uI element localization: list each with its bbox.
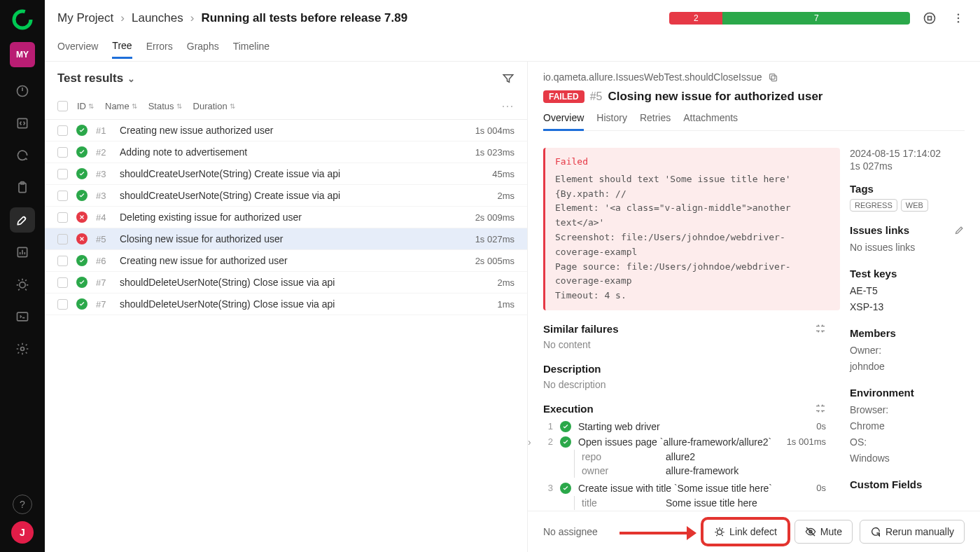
description-body: No description bbox=[543, 379, 840, 390]
row-checkbox[interactable] bbox=[57, 147, 68, 158]
edit-icon[interactable] bbox=[954, 225, 965, 235]
row-checkbox[interactable] bbox=[57, 256, 68, 266]
svg-point-13 bbox=[958, 21, 959, 22]
row-name: Creating new issue for authorized user bbox=[120, 255, 467, 266]
table-row[interactable]: #3shouldCreateUserNote(String) Create is… bbox=[45, 185, 527, 207]
nav-tab-graphs[interactable]: Graphs bbox=[187, 41, 219, 57]
svg-point-9 bbox=[925, 13, 935, 24]
sidebar-code-icon[interactable] bbox=[10, 111, 35, 136]
row-name: shouldCreateUserNote(String) Create issu… bbox=[120, 190, 489, 201]
sort-icon: ⇅ bbox=[88, 102, 94, 110]
copy-icon[interactable] bbox=[768, 72, 778, 83]
test-key[interactable]: AE-T5 bbox=[850, 284, 965, 298]
table-row[interactable]: #3shouldCreateUserNote(String) Create is… bbox=[45, 163, 527, 185]
user-avatar[interactable]: J bbox=[11, 521, 34, 544]
row-checkbox[interactable] bbox=[57, 234, 68, 244]
table-row[interactable]: #6Creating new issue for authorized user… bbox=[45, 250, 527, 272]
svg-point-8 bbox=[21, 347, 24, 351]
sidebar-bug-icon[interactable] bbox=[10, 272, 35, 297]
table-row[interactable]: #7shouldDeleteUserNote(String) Close iss… bbox=[45, 272, 527, 294]
col-status[interactable]: Status⇅ bbox=[148, 101, 182, 111]
breadcrumb-launches[interactable]: Launches bbox=[132, 11, 183, 25]
more-vertical-icon[interactable] bbox=[949, 9, 967, 27]
row-id: #3 bbox=[96, 169, 111, 179]
stop-icon[interactable] bbox=[920, 8, 939, 28]
progress-bar[interactable]: 2 7 bbox=[669, 12, 910, 25]
table-row[interactable]: #7shouldDeleteUserNote(String) Close iss… bbox=[45, 294, 527, 315]
tag-chip[interactable]: WEB bbox=[901, 199, 928, 212]
assignee[interactable]: No assignee bbox=[543, 526, 612, 537]
sidebar-rocket-icon[interactable] bbox=[10, 207, 35, 233]
row-checkbox[interactable] bbox=[57, 169, 68, 179]
more-horizontal-icon[interactable]: ⋯ bbox=[501, 98, 514, 113]
detail-tab-history[interactable]: History bbox=[596, 112, 627, 130]
row-checkbox[interactable] bbox=[57, 212, 68, 223]
step-duration: 0s bbox=[816, 421, 826, 432]
row-duration: 1s 027ms bbox=[475, 234, 514, 244]
results-title[interactable]: Test results ⌄ bbox=[57, 71, 135, 85]
failed-badge: FAILED bbox=[543, 90, 584, 103]
detail-tab-overview[interactable]: Overview bbox=[543, 112, 584, 131]
row-duration: 1ms bbox=[497, 299, 514, 310]
project-badge[interactable]: MY bbox=[10, 42, 35, 67]
table-row[interactable]: #1Creating new issue authorized user1s 0… bbox=[45, 120, 527, 142]
chevron-right-icon: › bbox=[120, 11, 125, 25]
link-defect-button[interactable]: Link defect bbox=[704, 520, 788, 544]
help-icon[interactable]: ? bbox=[13, 495, 32, 514]
col-duration[interactable]: Duration⇅ bbox=[193, 101, 235, 111]
sidebar-refresh-icon[interactable] bbox=[10, 143, 35, 168]
detail-tab-retries[interactable]: Retries bbox=[640, 112, 671, 130]
detail-footer: No assignee Link defect Mute Rerun manua… bbox=[528, 511, 980, 552]
exec-step[interactable]: 3Create issue with title `Some issue tit… bbox=[543, 481, 840, 496]
check-icon bbox=[76, 168, 88, 179]
sidebar-clipboard-icon[interactable] bbox=[10, 175, 35, 200]
row-checkbox[interactable] bbox=[57, 299, 68, 310]
sidebar-chart-icon[interactable] bbox=[10, 240, 35, 265]
similar-failures-body: No content bbox=[543, 339, 840, 350]
exec-step[interactable]: 1Starting web driver0s bbox=[543, 419, 840, 434]
row-checkbox[interactable] bbox=[57, 277, 68, 288]
table-row[interactable]: #4Deleting existing issue for authorized… bbox=[45, 207, 527, 228]
compare-icon[interactable] bbox=[815, 323, 826, 334]
progress-passed: 7 bbox=[722, 12, 910, 25]
table-row[interactable]: #2Adding note to advertisement1s 023ms bbox=[45, 142, 527, 163]
breadcrumb-project[interactable]: My Project bbox=[57, 11, 113, 25]
tag-chip[interactable]: REGRESS bbox=[850, 199, 897, 212]
col-name[interactable]: Name⇅ bbox=[105, 101, 137, 111]
table-row[interactable]: #5Closing new issue for authorized user1… bbox=[45, 228, 527, 250]
filter-icon[interactable] bbox=[502, 72, 514, 85]
refresh-icon bbox=[870, 526, 881, 537]
meta-duration: 1s 027ms bbox=[850, 160, 965, 172]
test-number: #5 bbox=[590, 90, 603, 103]
row-checkbox[interactable] bbox=[57, 125, 68, 136]
members-heading: Members bbox=[850, 327, 965, 339]
check-icon bbox=[76, 190, 88, 201]
sidebar-terminal-icon[interactable] bbox=[10, 304, 35, 329]
row-id: #1 bbox=[96, 125, 111, 136]
check-icon bbox=[560, 421, 571, 432]
svg-point-16 bbox=[718, 530, 722, 534]
exec-step[interactable]: ›2Open issues page `allure-framework/all… bbox=[543, 434, 840, 450]
sidebar-settings-icon[interactable] bbox=[10, 336, 35, 361]
nav-tab-overview[interactable]: Overview bbox=[57, 41, 98, 57]
nav-tab-tree[interactable]: Tree bbox=[112, 40, 132, 59]
nav-tab-timeline[interactable]: Timeline bbox=[233, 41, 270, 57]
svg-rect-14 bbox=[771, 76, 777, 81]
row-checkbox[interactable] bbox=[57, 191, 68, 201]
results-panel: Test results ⌄ ID⇅ Name⇅ Status⇅ Duratio… bbox=[45, 62, 528, 552]
error-title: Failed bbox=[555, 155, 830, 170]
nav-tab-errors[interactable]: Errors bbox=[146, 41, 173, 57]
mute-button[interactable]: Mute bbox=[794, 520, 853, 544]
chevron-right-icon[interactable]: › bbox=[528, 436, 536, 448]
step-name: Open issues page `allure-framework/allur… bbox=[578, 436, 780, 448]
compare-icon[interactable] bbox=[815, 403, 826, 414]
svg-rect-7 bbox=[18, 312, 28, 321]
select-all-checkbox[interactable] bbox=[57, 101, 68, 111]
rerun-button[interactable]: Rerun manually bbox=[860, 520, 965, 544]
test-key[interactable]: XSP-13 bbox=[850, 300, 965, 315]
col-id[interactable]: ID⇅ bbox=[77, 101, 94, 111]
detail-tab-attachments[interactable]: Attachments bbox=[683, 112, 738, 130]
logo[interactable] bbox=[11, 8, 34, 31]
sidebar-dashboard-icon[interactable] bbox=[10, 78, 35, 104]
step-duration: 0s bbox=[816, 483, 826, 493]
